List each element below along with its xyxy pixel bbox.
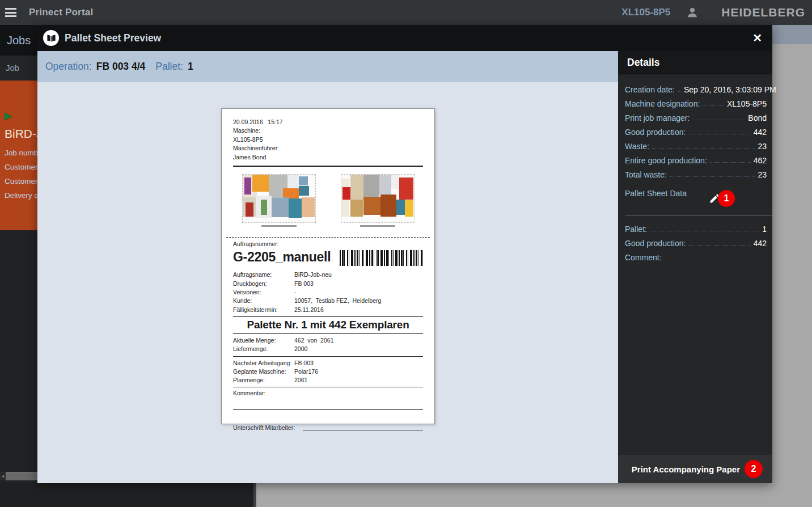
detail-row: Good production:442 bbox=[625, 124, 767, 138]
pallet-sheet-icon bbox=[43, 30, 59, 46]
doc-field-label: Fälligkeitstermin: bbox=[233, 306, 294, 314]
job-card-line: Job numbe bbox=[5, 146, 37, 160]
doc-field-label: Versionen: bbox=[233, 288, 294, 297]
pallet-sheet-data-label: Pallet Sheet Data bbox=[625, 189, 687, 198]
sheet-thumbnail-front bbox=[243, 175, 315, 231]
doc-field-value: Polar176 bbox=[294, 367, 423, 376]
dialog-header: Pallet Sheet Preview ✕ bbox=[37, 25, 772, 51]
barcode bbox=[340, 250, 423, 266]
pallet-sheet-document: 20.09.2016 15:17 Maschine: XL105-8P5 Mas… bbox=[221, 108, 435, 424]
dialog-title: Pallet Sheet Preview bbox=[65, 32, 161, 44]
doc-operator-label: Maschinenführer: bbox=[233, 144, 423, 153]
details-title: Details bbox=[618, 51, 772, 74]
operation-label: Operation: bbox=[45, 61, 92, 73]
detail-row: Comment: bbox=[625, 250, 767, 264]
top-bar: Prinect Portal XL105-8P5 HEIDELBERG bbox=[0, 0, 812, 25]
doc-jobnumber-value: G-2205_manuell bbox=[233, 249, 331, 265]
app-title: Prinect Portal bbox=[29, 7, 93, 18]
doc-machine-label: Maschine: bbox=[233, 126, 423, 135]
job-card-line: Customer I bbox=[5, 160, 37, 174]
doc-divider bbox=[233, 333, 423, 334]
sidebar-item-jobs[interactable]: Jobs bbox=[0, 25, 37, 56]
dialog-body: Operation: FB 003 4/4 Pallet: 1 20.09.20… bbox=[37, 51, 772, 483]
doc-field-label: Kunde: bbox=[233, 297, 294, 305]
detail-row: Good production:442 bbox=[625, 235, 767, 250]
dimmed-page-sidebar-bottom bbox=[0, 483, 253, 507]
leader-dots bbox=[703, 105, 724, 106]
notification-badge: 1 bbox=[718, 190, 735, 207]
doc-field-label: Aktuelle Menge: bbox=[233, 336, 294, 345]
doc-field-label: Planmenge: bbox=[233, 376, 294, 385]
sheet-thumbnails bbox=[233, 175, 423, 231]
doc-cut-line bbox=[226, 237, 430, 238]
doc-field-value: 10057, Testlab FEZ, Heidelberg bbox=[294, 297, 423, 305]
doc-field-value: FB 003 bbox=[294, 359, 423, 367]
heidelberg-logo: HEIDELBERG bbox=[721, 6, 805, 19]
scrollbar-thumb[interactable] bbox=[6, 472, 37, 480]
leader-dots bbox=[650, 231, 759, 231]
doc-signature-row: Unterschrift Mitarbeiter: bbox=[233, 424, 423, 432]
job-card-line: Customer: bbox=[5, 174, 37, 188]
user-icon[interactable] bbox=[686, 6, 699, 19]
details-footer: Print Accompanying Paper 2 bbox=[618, 455, 772, 483]
operation-bar: Operation: FB 003 4/4 Pallet: 1 bbox=[37, 51, 618, 82]
doc-field-label: Liefermenge: bbox=[233, 345, 294, 353]
doc-divider bbox=[233, 316, 423, 317]
menu-icon[interactable] bbox=[5, 8, 16, 17]
dimmed-page-content-right bbox=[772, 44, 812, 483]
details-divider bbox=[625, 215, 772, 216]
detail-row: Print job manager:Bond bbox=[625, 110, 767, 124]
doc-divider bbox=[233, 387, 423, 387]
doc-divider bbox=[233, 166, 423, 167]
doc-next-step-fields: Nächster Arbeitsgang: FB 003 Geplante Ma… bbox=[233, 359, 423, 385]
doc-field-value: 2061 bbox=[294, 376, 423, 385]
doc-jobnumber-label: Auftragsnummer: bbox=[233, 240, 423, 248]
pallet-sheet-data-row: Pallet Sheet Data 1 bbox=[625, 189, 767, 208]
preview-column: Operation: FB 003 4/4 Pallet: 1 20.09.20… bbox=[37, 51, 618, 483]
doc-field-label: Auftragsname: bbox=[233, 271, 294, 279]
sheet-thumbnail-back bbox=[341, 175, 414, 231]
doc-field-value: 2000 bbox=[294, 345, 423, 353]
detail-row: Creation date:Sep 20, 2016, 3:03:09 PM bbox=[625, 82, 767, 96]
leader-dots bbox=[670, 176, 755, 177]
doc-machine-value: XL105-8P5 bbox=[233, 136, 423, 144]
sidebar-item-job[interactable]: Job bbox=[0, 56, 37, 81]
doc-field-value: 462 von 2061 bbox=[294, 336, 423, 345]
doc-comment-line bbox=[233, 409, 423, 410]
print-accompanying-paper-button[interactable]: Print Accompanying Paper bbox=[632, 464, 740, 474]
detail-row: Entire good production:462 bbox=[625, 153, 767, 167]
job-card[interactable]: ▶ BiRD-J Job numbe Customer I Customer: … bbox=[0, 81, 37, 230]
operation-value: FB 003 4/4 bbox=[96, 61, 146, 73]
scroll-left-icon[interactable]: ◂ bbox=[0, 474, 6, 479]
doc-job-fields: Auftragsname: BiRD-Job-neu Druckbogen: F… bbox=[233, 271, 423, 314]
notification-badge: 2 bbox=[745, 460, 763, 478]
pallet-label: Pallet: bbox=[155, 61, 183, 73]
signature-line bbox=[303, 430, 423, 430]
doc-field-value: BiRD-Job-neu bbox=[294, 271, 423, 279]
pallet-value: 1 bbox=[188, 61, 193, 73]
leader-dots bbox=[688, 245, 750, 246]
doc-field-label: Nächster Arbeitsgang: bbox=[233, 359, 294, 367]
doc-operator-value: James Bond bbox=[233, 153, 423, 162]
play-icon: ▶ bbox=[5, 111, 12, 121]
leader-dots bbox=[692, 120, 745, 120]
thumbnail-caption bbox=[261, 225, 297, 227]
dimmed-page-header bbox=[772, 25, 812, 44]
details-panel: Details Creation date:Sep 20, 2016, 3:03… bbox=[618, 51, 772, 483]
leader-dots bbox=[678, 91, 681, 92]
doc-field-value: FB 003 bbox=[294, 280, 423, 288]
sheet-preview-area: 20.09.2016 15:17 Maschine: XL105-8P5 Mas… bbox=[37, 82, 618, 483]
doc-comment-label: Kommentar: bbox=[233, 389, 423, 398]
dimmed-page-content-bottom bbox=[256, 483, 812, 507]
machine-id-label: XL105-8P5 bbox=[621, 7, 670, 18]
close-icon[interactable]: ✕ bbox=[752, 32, 762, 44]
pallet-sheet-preview-dialog: Pallet Sheet Preview ✕ Operation: FB 003… bbox=[37, 25, 772, 483]
doc-field-label: Druckbogen: bbox=[233, 280, 294, 288]
doc-signature-label: Unterschrift Mitarbeiter: bbox=[233, 424, 295, 432]
detail-row: Total waste:23 bbox=[625, 167, 767, 181]
doc-print-timestamp: 20.09.2016 15:17 bbox=[233, 118, 423, 126]
doc-field-value: 25.11.2016 bbox=[294, 306, 423, 314]
leader-dots bbox=[710, 162, 751, 163]
horizontal-scrollbar[interactable]: ◂ bbox=[0, 472, 37, 480]
doc-field-value: - bbox=[294, 288, 423, 297]
